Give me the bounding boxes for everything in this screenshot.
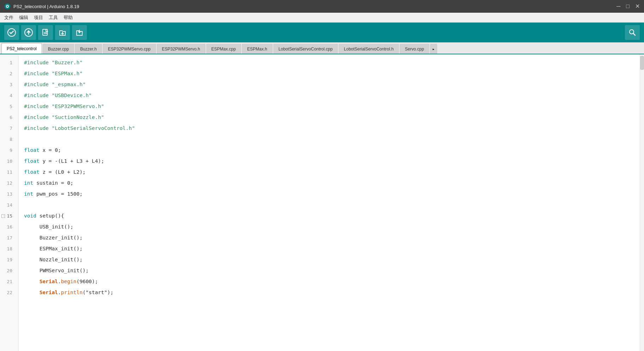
tab-buzzer-cpp[interactable]: Buzzer.cpp bbox=[43, 44, 74, 54]
tab-esp32pwmservo-h[interactable]: ESP32PWMServo.h bbox=[157, 44, 205, 54]
line-numbers: 1 2 3 4 5 6 7 8 9 10 11 12 13 14 -15 16 … bbox=[0, 54, 18, 351]
code-line-12: int sustain = 0; bbox=[24, 178, 634, 189]
line-num-13: 13 bbox=[0, 189, 15, 200]
line-num-14: 14 bbox=[0, 200, 15, 210]
menu-file[interactable]: 文件 bbox=[1, 13, 16, 22]
window-controls: ─ □ ✕ bbox=[616, 4, 640, 9]
code-line-1: #include "Buzzer.h" bbox=[24, 57, 634, 68]
line-num-19: 19 bbox=[0, 254, 15, 265]
upload-button[interactable] bbox=[21, 25, 36, 40]
code-line-9: float x = 0; bbox=[24, 145, 634, 156]
code-line-16: USB_init(); bbox=[24, 221, 634, 232]
code-line-8 bbox=[24, 134, 634, 145]
code-line-13: int pwm_pos = 1500; bbox=[24, 189, 634, 200]
menu-project[interactable]: 项目 bbox=[31, 13, 46, 22]
line-num-12: 12 bbox=[0, 178, 15, 189]
tab-buzzer-h[interactable]: Buzzer.h bbox=[75, 44, 102, 54]
code-line-10: float y = -(L1 + L3 + L4); bbox=[24, 156, 634, 167]
code-line-7: #include "LobotSerialServoControl.h" bbox=[24, 123, 634, 134]
window-title: PS2_telecontrol | Arduino 1.8.19 bbox=[13, 4, 616, 9]
line-num-9: 9 bbox=[0, 145, 15, 156]
tab-lobot-cpp[interactable]: LobotSerialServoControl.cpp bbox=[273, 44, 338, 54]
tab-esp32pwmservo-cpp[interactable]: ESP32PWMServo.cpp bbox=[103, 44, 156, 54]
code-line-18: ESPMax_init(); bbox=[24, 243, 634, 254]
line-num-5: 5 bbox=[0, 101, 15, 112]
line-num-22: 22 bbox=[0, 287, 15, 298]
app-icon bbox=[4, 3, 11, 10]
toolbar bbox=[0, 23, 644, 42]
open-button[interactable] bbox=[55, 25, 70, 40]
line-num-21: 21 bbox=[0, 276, 15, 287]
tab-lobot-h[interactable]: LobotSerialServoControl.h bbox=[339, 44, 399, 54]
line-num-4: 4 bbox=[0, 90, 15, 101]
code-line-19: Nozzle_init(); bbox=[24, 254, 634, 265]
tab-servo-cpp[interactable]: Servo.cpp bbox=[400, 44, 429, 54]
code-line-17: Buzzer_init(); bbox=[24, 232, 634, 243]
scrollbar[interactable] bbox=[640, 54, 644, 351]
line-num-18: 18 bbox=[0, 243, 15, 254]
tab-ps2-telecontrol[interactable]: PS2_telecontrol bbox=[1, 43, 42, 54]
menu-edit[interactable]: 编辑 bbox=[16, 13, 31, 22]
tab-espmax-h[interactable]: ESPMax.h bbox=[242, 44, 273, 54]
code-line-20: PWMServo_init(); bbox=[24, 265, 634, 276]
line-num-1: 1 bbox=[0, 57, 15, 68]
code-line-5: #include "ESP32PWMServo.h" bbox=[24, 101, 634, 112]
fold-icon-15[interactable]: - bbox=[1, 214, 5, 218]
search-button[interactable] bbox=[625, 25, 640, 40]
code-line-22: Serial.println("start"); bbox=[24, 287, 634, 298]
line-num-20: 20 bbox=[0, 265, 15, 276]
line-num-16: 16 bbox=[0, 221, 15, 232]
new-button[interactable] bbox=[38, 25, 53, 40]
line-num-15: -15 bbox=[0, 210, 15, 221]
close-button[interactable]: ✕ bbox=[635, 4, 640, 9]
line-num-10: 10 bbox=[0, 156, 15, 167]
title-bar: PS2_telecontrol | Arduino 1.8.19 ─ □ ✕ bbox=[0, 0, 644, 13]
svg-point-2 bbox=[7, 6, 8, 7]
maximize-button[interactable]: □ bbox=[626, 4, 630, 9]
line-num-8: 8 bbox=[0, 134, 15, 145]
verify-button[interactable] bbox=[4, 25, 19, 40]
code-line-11: float z = (L0 + L2); bbox=[24, 167, 634, 178]
svg-line-12 bbox=[633, 34, 636, 36]
line-num-17: 17 bbox=[0, 232, 15, 243]
line-num-3: 3 bbox=[0, 79, 15, 90]
code-content[interactable]: #include "Buzzer.h" #include "ESPMax.h" … bbox=[18, 54, 640, 351]
tab-espmax-cpp[interactable]: ESPMax.cpp bbox=[206, 44, 241, 54]
line-num-11: 11 bbox=[0, 167, 15, 178]
code-line-14 bbox=[24, 200, 634, 210]
save-button[interactable] bbox=[72, 25, 87, 40]
line-num-7: 7 bbox=[0, 123, 15, 134]
minimize-button[interactable]: ─ bbox=[616, 4, 620, 9]
menu-tools[interactable]: 工具 bbox=[46, 13, 61, 22]
code-line-15: void setup(){ bbox=[24, 210, 634, 221]
code-line-6: #include "SuctionNozzle.h" bbox=[24, 112, 634, 123]
menu-help[interactable]: 帮助 bbox=[61, 13, 76, 22]
line-num-2: 2 bbox=[0, 68, 15, 79]
menu-bar: 文件 编辑 项目 工具 帮助 bbox=[0, 13, 644, 23]
code-line-4: #include "USBDevice.h" bbox=[24, 90, 634, 101]
code-line-2: #include "ESPMax.h" bbox=[24, 68, 634, 79]
code-line-3: #include "_espmax.h" bbox=[24, 79, 634, 90]
code-line-21: Serial.begin(9600); bbox=[24, 276, 634, 287]
line-num-6: 6 bbox=[0, 112, 15, 123]
editor-area: 1 2 3 4 5 6 7 8 9 10 11 12 13 14 -15 16 … bbox=[0, 54, 644, 351]
scrollbar-thumb[interactable] bbox=[640, 56, 644, 70]
tab-more-button[interactable]: ▸ bbox=[430, 44, 437, 54]
tabs-bar: PS2_telecontrol Buzzer.cpp Buzzer.h ESP3… bbox=[0, 42, 644, 54]
